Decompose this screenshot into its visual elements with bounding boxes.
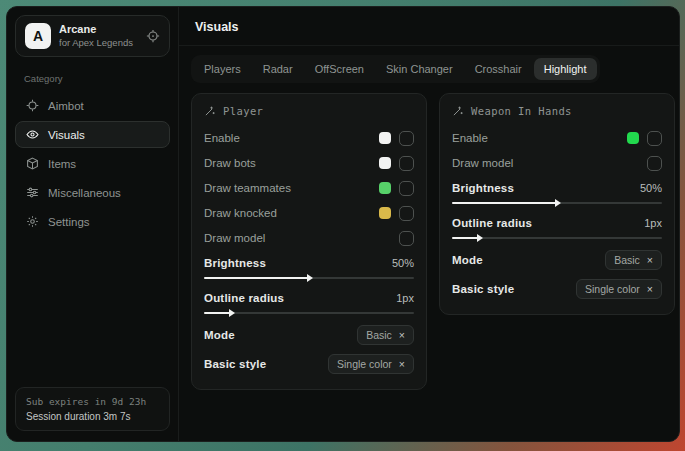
slider-thumb[interactable] — [307, 274, 313, 282]
checkbox[interactable] — [399, 156, 414, 171]
sub-expiry-text: Sub expires in 9d 23h — [26, 396, 159, 407]
setting-label: Draw model — [452, 157, 513, 169]
sidebar-item-label: Items — [48, 158, 76, 170]
panel-title: Player — [223, 105, 263, 117]
crosshair-icon — [26, 99, 39, 112]
remove-icon[interactable]: × — [647, 284, 653, 295]
selected-option-tag[interactable]: Single color × — [576, 279, 662, 299]
toggle-row: Enable — [204, 130, 414, 146]
tag-row: Basic style Single color × — [204, 354, 414, 374]
slider-row: Brightness 50% — [452, 180, 662, 204]
toggle-row: Draw model — [452, 155, 662, 171]
checkbox[interactable] — [399, 131, 414, 146]
setting-label: Draw knocked — [204, 207, 277, 219]
slider-thumb[interactable] — [229, 309, 235, 317]
panels-container: Player Enable Draw bots Draw teammates D… — [179, 83, 679, 390]
setting-label: Brightness — [204, 257, 266, 269]
setting-label: Enable — [452, 132, 488, 144]
checkbox[interactable] — [647, 131, 662, 146]
logo-card: A Arcane for Apex Legends — [15, 15, 170, 57]
tab-radar[interactable]: Radar — [253, 58, 303, 80]
selected-option-tag[interactable]: Basic × — [605, 250, 662, 270]
slider[interactable] — [452, 237, 662, 239]
remove-icon[interactable]: × — [647, 255, 653, 266]
setting-label: Basic style — [204, 358, 266, 370]
slider-thumb[interactable] — [477, 234, 483, 242]
tab-crosshair[interactable]: Crosshair — [465, 58, 532, 80]
checkbox[interactable] — [399, 181, 414, 196]
color-swatch[interactable] — [379, 157, 391, 169]
setting-label: Brightness — [452, 182, 514, 194]
tab-skin-changer[interactable]: Skin Changer — [376, 58, 463, 80]
session-duration-text: Session duration 3m 7s — [26, 411, 159, 422]
tag-label: Basic — [366, 329, 392, 341]
sidebar-item-miscellaneous[interactable]: Miscellaneous — [15, 179, 170, 206]
checkbox[interactable] — [647, 156, 662, 171]
slider[interactable] — [204, 312, 414, 314]
main-area: Visuals PlayersRadarOffScreenSkin Change… — [179, 7, 679, 441]
selected-option-tag[interactable]: Basic × — [357, 325, 414, 345]
toggle-row: Enable — [452, 130, 662, 146]
sidebar-item-label: Miscellaneous — [48, 187, 121, 199]
setting-label: Enable — [204, 132, 240, 144]
slider-value: 50% — [392, 257, 414, 269]
tab-bar: PlayersRadarOffScreenSkin ChangerCrossha… — [191, 55, 600, 83]
app-subtitle: for Apex Legends — [59, 37, 138, 49]
remove-icon[interactable]: × — [399, 359, 405, 370]
sidebar-item-label: Aimbot — [48, 100, 84, 112]
setting-label: Draw model — [204, 232, 265, 244]
app-title: Arcane — [59, 23, 138, 37]
slider[interactable] — [452, 202, 662, 204]
setting-label: Mode — [204, 329, 235, 341]
color-swatch[interactable] — [627, 132, 639, 144]
sidebar-item-label: Settings — [48, 216, 90, 228]
checkbox[interactable] — [399, 206, 414, 221]
tab-highlight[interactable]: Highlight — [534, 58, 597, 80]
slider-value: 1px — [396, 292, 414, 304]
wand-icon — [452, 105, 464, 117]
slider-value: 1px — [644, 217, 662, 229]
target-icon[interactable] — [146, 29, 160, 43]
subscription-card: Sub expires in 9d 23h Session duration 3… — [15, 387, 170, 431]
tag-row: Mode Basic × — [204, 325, 414, 345]
setting-label: Mode — [452, 254, 483, 266]
toggle-row: Draw knocked — [204, 205, 414, 221]
sidebar: A Arcane for Apex Legends Category Aimbo… — [7, 7, 179, 441]
wand-icon — [204, 105, 216, 117]
sidebar-item-visuals[interactable]: Visuals — [15, 121, 170, 148]
sidebar-item-settings[interactable]: Settings — [15, 208, 170, 235]
slider-thumb[interactable] — [555, 199, 561, 207]
setting-label: Outline radius — [204, 292, 284, 304]
setting-label: Outline radius — [452, 217, 532, 229]
panel-title: Weapon In Hands — [471, 105, 572, 117]
toggle-row: Draw bots — [204, 155, 414, 171]
app-logo: A — [25, 23, 51, 49]
setting-label: Basic style — [452, 283, 514, 295]
sidebar-item-aimbot[interactable]: Aimbot — [15, 92, 170, 119]
slider-row: Outline radius 1px — [204, 290, 414, 314]
slider[interactable] — [204, 277, 414, 279]
tag-label: Basic — [614, 254, 640, 266]
color-swatch[interactable] — [379, 207, 391, 219]
page-title: Visuals — [179, 7, 679, 46]
slider-row: Brightness 50% — [204, 255, 414, 279]
color-swatch[interactable] — [379, 182, 391, 194]
desktop-background: A Arcane for Apex Legends Category Aimbo… — [0, 0, 685, 451]
tag-label: Single color — [585, 283, 640, 295]
sliders-icon — [26, 186, 39, 199]
color-swatch[interactable] — [379, 132, 391, 144]
setting-label: Draw bots — [204, 157, 256, 169]
tag-row: Basic style Single color × — [452, 279, 662, 299]
tab-offscreen[interactable]: OffScreen — [305, 58, 374, 80]
panel-player: Player Enable Draw bots Draw teammates D… — [191, 93, 427, 390]
slider-row: Outline radius 1px — [452, 215, 662, 239]
eye-icon — [26, 128, 39, 141]
remove-icon[interactable]: × — [399, 330, 405, 341]
tab-players[interactable]: Players — [194, 58, 251, 80]
setting-label: Draw teammates — [204, 182, 291, 194]
slider-value: 50% — [640, 182, 662, 194]
panel-weapon-in-hands: Weapon In Hands Enable Draw model Bright… — [439, 93, 675, 315]
sidebar-item-items[interactable]: Items — [15, 150, 170, 177]
selected-option-tag[interactable]: Single color × — [328, 354, 414, 374]
checkbox[interactable] — [399, 231, 414, 246]
